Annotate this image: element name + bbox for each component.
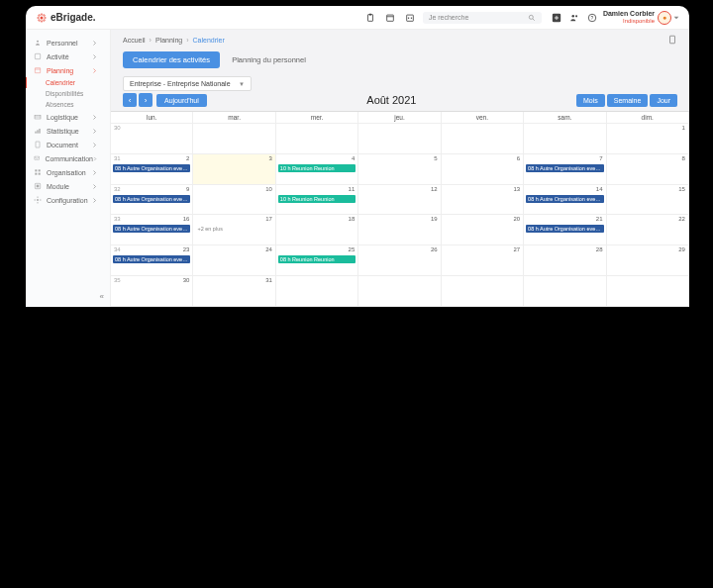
day-cell[interactable]: 8: [607, 154, 689, 185]
day-cell[interactable]: 12: [358, 185, 441, 216]
add-icon[interactable]: [552, 13, 561, 23]
avatar[interactable]: ●: [658, 11, 671, 25]
export-icon[interactable]: [667, 35, 677, 45]
calendar-event[interactable]: 08 h Reunion Reunion: [278, 255, 356, 263]
calendar-event[interactable]: 08 h Autre Organisation evenement 1: [526, 164, 603, 172]
day-cell[interactable]: 1408 h Autre Organisation evenement 1: [524, 185, 606, 216]
nav-organisation[interactable]: Organisation: [26, 165, 110, 179]
calendar-alt-icon[interactable]: [405, 13, 415, 23]
tab-staff-planning[interactable]: Planning du personnel: [222, 51, 316, 68]
day-cell[interactable]: 32908 h Autre Organisation evenement 1: [111, 185, 193, 216]
day-cell[interactable]: 2108 h Autre Organisation evenement 1: [524, 215, 606, 245]
help-icon[interactable]: ?: [587, 13, 597, 23]
calendar-event[interactable]: 08 h Autre Organisation evenement 1: [113, 195, 190, 203]
day-cell[interactable]: [442, 276, 524, 307]
day-cell[interactable]: 1: [607, 124, 689, 154]
nav-activité[interactable]: Activité: [26, 49, 110, 63]
day-cell[interactable]: 15: [607, 185, 689, 216]
user-block[interactable]: Damien Corbier Indisponible: [603, 10, 655, 24]
day-cell[interactable]: 22: [607, 215, 689, 245]
nav-configuration[interactable]: Configuration: [26, 193, 110, 207]
day-cell[interactable]: 3: [193, 154, 275, 185]
svg-rect-41: [37, 185, 40, 188]
subnav-disponibilités[interactable]: Disponibilités: [46, 88, 110, 99]
calendar-event[interactable]: 10 h Reunion Reunion: [278, 195, 356, 203]
crumb-home[interactable]: Accueil: [123, 37, 146, 44]
day-cell[interactable]: [193, 124, 275, 154]
next-button[interactable]: ›: [139, 93, 153, 107]
nav-logistique[interactable]: Logistique: [26, 110, 110, 124]
day-cell[interactable]: 2508 h Reunion Reunion: [276, 245, 358, 276]
search-input[interactable]: Je recherche: [423, 12, 542, 24]
day-cell[interactable]: [442, 124, 524, 154]
day-cell[interactable]: 10: [193, 185, 275, 216]
calendar-event[interactable]: 08 h Autre Organisation evenement 1: [526, 195, 603, 203]
day-cell[interactable]: 708 h Autre Organisation evenement 1: [524, 154, 606, 185]
main: Accueil › Planning › Calendrier Calendri…: [111, 30, 689, 307]
day-cell[interactable]: 13: [442, 185, 524, 216]
day-cell[interactable]: 30: [111, 124, 193, 154]
day-cell[interactable]: 26: [358, 245, 441, 276]
view-week[interactable]: Semaine: [607, 94, 649, 107]
view-month[interactable]: Mois: [576, 94, 605, 107]
calendar-event[interactable]: 08 h Autre Organisation evenement 1: [526, 225, 603, 233]
day-cell[interactable]: 17+2 en plus: [193, 215, 275, 245]
subnav-calendrier[interactable]: Calendrier: [26, 77, 110, 88]
day-cell[interactable]: 31: [193, 276, 275, 307]
svg-point-5: [39, 14, 41, 16]
nav-icon: [34, 113, 42, 121]
day-cell[interactable]: 3530: [111, 276, 193, 307]
nav-planning[interactable]: Planning: [26, 63, 110, 77]
calendar-event[interactable]: 08 h Autre Organisation evenement 1: [113, 164, 190, 172]
day-cell[interactable]: 24: [193, 245, 275, 276]
svg-rect-34: [36, 142, 40, 147]
day-cell[interactable]: 20: [442, 215, 524, 245]
chevron-right-icon: [92, 184, 97, 189]
nav-module[interactable]: Module: [26, 179, 110, 193]
day-cell[interactable]: [276, 276, 358, 307]
users-icon[interactable]: [569, 13, 579, 23]
nav-personnel[interactable]: Personnel: [26, 36, 110, 49]
calendar-event[interactable]: 10 h Reunion Reunion: [278, 164, 356, 172]
day-cell[interactable]: [524, 276, 606, 307]
day-cell[interactable]: 410 h Reunion Reunion: [276, 154, 358, 185]
nav-statistique[interactable]: Statistique: [26, 124, 110, 138]
calendar-icon[interactable]: [385, 13, 395, 23]
today-button[interactable]: Aujourd'hui: [156, 94, 207, 107]
day-number: 4: [352, 155, 355, 161]
day-cell[interactable]: 342308 h Autre Organisation evenement 1: [111, 245, 193, 276]
day-cell[interactable]: 6: [442, 154, 524, 185]
clipboard-icon[interactable]: [365, 13, 375, 23]
svg-point-8: [44, 19, 46, 21]
day-cell[interactable]: 5: [358, 154, 441, 185]
tab-calendar-activities[interactable]: Calendrier des activités: [123, 51, 220, 68]
day-cell[interactable]: 27: [442, 245, 524, 276]
calendar-event[interactable]: 08 h Autre Organisation evenement 1: [113, 225, 190, 233]
prev-button[interactable]: ‹: [123, 93, 137, 107]
day-cell[interactable]: [358, 124, 441, 154]
nav-communication[interactable]: Communication: [26, 151, 110, 165]
more-events[interactable]: +2 en plus: [195, 225, 272, 233]
day-number: 20: [513, 216, 520, 222]
day-cell[interactable]: [524, 124, 606, 154]
day-cell[interactable]: 29: [607, 245, 689, 276]
day-cell[interactable]: 331608 h Autre Organisation evenement 1: [111, 215, 193, 245]
day-cell[interactable]: 18: [276, 215, 358, 245]
day-cell[interactable]: 1110 h Reunion Reunion: [276, 185, 358, 216]
day-cell[interactable]: [276, 124, 358, 154]
crumb-planning[interactable]: Planning: [155, 37, 182, 44]
day-cell[interactable]: [607, 276, 689, 307]
view-day[interactable]: Jour: [650, 94, 677, 107]
sidebar-collapse[interactable]: «: [100, 292, 104, 301]
subnav-absences[interactable]: Absences: [46, 99, 110, 110]
day-cell[interactable]: 19: [358, 215, 441, 245]
caret-down-icon[interactable]: [673, 15, 679, 21]
calendar-event[interactable]: 08 h Autre Organisation evenement 1: [113, 255, 190, 263]
day-cell[interactable]: 28: [524, 245, 606, 276]
org-dropdown[interactable]: Entreprise - Entreprise Nationale ▼: [123, 76, 252, 91]
day-cell[interactable]: 31208 h Autre Organisation evenement 1: [111, 154, 193, 185]
calendar-week: 353031: [111, 276, 689, 307]
logo[interactable]: eBrigade.: [36, 12, 96, 24]
day-cell[interactable]: [358, 276, 441, 307]
nav-document[interactable]: Document: [26, 138, 110, 151]
